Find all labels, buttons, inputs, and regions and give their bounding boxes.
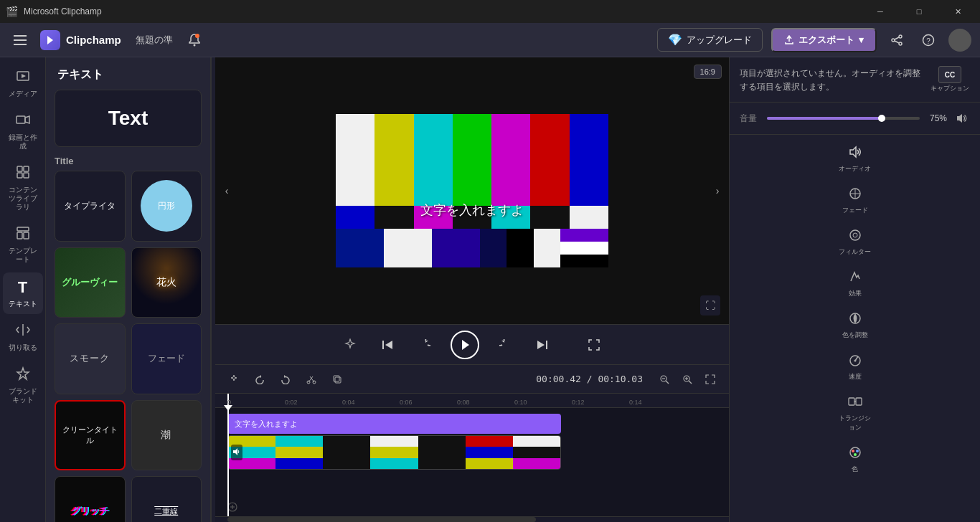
export-button[interactable]: エクスポート ▾	[771, 28, 877, 52]
text-card-groovy[interactable]: グルーヴィー	[55, 247, 126, 318]
titlebar: 🎬 Microsoft Clipchamp ─ □ ✕	[0, 0, 980, 23]
filter-control[interactable]: フィルター	[835, 222, 875, 262]
help-button[interactable]: ?	[917, 29, 940, 52]
svg-rect-1	[14, 39, 27, 41]
sidebar-item-brand[interactable]: ブランドキット	[3, 361, 43, 410]
forward-button[interactable]	[494, 333, 517, 356]
timeline-redo-button[interactable]	[275, 369, 296, 389]
color-adjust-control[interactable]: 色を調整	[835, 305, 875, 346]
effect-control[interactable]: 効果	[835, 264, 875, 304]
vcb4	[370, 436, 418, 469]
video-track	[227, 435, 729, 470]
svg-point-66	[856, 450, 859, 452]
transition-label: トランジション	[838, 414, 872, 432]
text-card-glitch[interactable]: グリッチ	[55, 476, 126, 522]
export-label: エクスポート	[798, 34, 854, 47]
timeline-magic-button[interactable]	[224, 369, 244, 389]
svg-rect-17	[17, 166, 22, 171]
bar-green	[453, 114, 491, 206]
project-name[interactable]: 無題の準	[136, 34, 173, 47]
export-arrow-icon: ▾	[859, 34, 864, 45]
rewind-button[interactable]	[413, 333, 436, 356]
timeline-cut-button[interactable]	[301, 369, 321, 389]
sidebar-item-template[interactable]: テンプレート	[3, 220, 43, 270]
sidebar-item-split[interactable]: 切り取る	[3, 317, 43, 358]
text-card-clean[interactable]: クリーンタイトル	[55, 400, 126, 471]
preview-prev-button[interactable]: ‹	[220, 184, 234, 198]
expand-button[interactable]: ⛶	[700, 295, 720, 315]
sidebar-item-content[interactable]: コンテンツライブラリ	[3, 159, 43, 217]
transition-control[interactable]: トランジション	[835, 389, 875, 438]
volume-handle[interactable]	[878, 115, 885, 122]
timeline-expand-button[interactable]	[700, 369, 720, 389]
play-button[interactable]	[451, 331, 479, 359]
audio-control[interactable]: オーディオ	[835, 139, 875, 179]
volume-row: 音量 75%	[730, 103, 980, 135]
right-info-text: 項目が選択されていません。オーディオを調整する項目を選択します。	[740, 66, 924, 93]
user-avatar[interactable]	[948, 29, 971, 52]
add-track-button[interactable]	[227, 502, 237, 513]
timeline-content: 0 0:02 0:04 0:06 0:08 0:10 0:12 0:14	[215, 394, 729, 522]
sidebar-item-media[interactable]: メディア	[3, 63, 43, 104]
circle-label: 円形	[158, 200, 175, 212]
playhead-head	[224, 405, 232, 411]
text-clip[interactable]: 文字を入れますよ	[227, 414, 561, 434]
text-card-circle[interactable]: 円形	[131, 171, 202, 242]
aspect-ratio-badge[interactable]: 16:9	[694, 65, 722, 79]
skip-end-button[interactable]	[531, 333, 554, 356]
logo-text: Clipchamp	[66, 34, 121, 46]
record-label: 録画と作成	[6, 133, 40, 151]
color-control[interactable]: 色	[835, 440, 875, 480]
svg-marker-16	[25, 116, 29, 123]
timeline-ruler: 0 0:02 0:04 0:06 0:08 0:10 0:12 0:14	[215, 394, 729, 408]
fade-control[interactable]: フェード	[835, 181, 875, 221]
share-button[interactable]	[885, 29, 908, 52]
bar-white	[336, 114, 374, 206]
upgrade-button[interactable]: 💎 アップグレード	[657, 28, 763, 52]
caption-control[interactable]: CC キャプション	[930, 66, 970, 92]
svg-rect-2	[14, 44, 27, 45]
speed-control[interactable]: 速度	[835, 347, 875, 387]
text-card-plain[interactable]: Text	[55, 90, 202, 147]
maximize-button[interactable]: □	[903, 0, 936, 23]
bar-m1	[336, 206, 374, 229]
scrollbar-thumb[interactable]	[227, 517, 536, 522]
text-card-fade[interactable]: フェード	[131, 323, 202, 394]
timeline-undo-button[interactable]	[250, 369, 270, 389]
text-card-hanabi[interactable]: 花火	[131, 247, 202, 318]
zoom-out-button[interactable]	[654, 369, 674, 389]
notifications-bell[interactable]	[184, 30, 204, 50]
text-track: 文字を入れますよ	[227, 414, 729, 434]
zoom-in-button[interactable]	[677, 369, 697, 389]
cc-badge: CC	[938, 66, 961, 83]
timeline-time-display: 00:00.42 / 00:10.03	[536, 374, 643, 384]
sidebar-item-text[interactable]: T テキスト	[3, 272, 43, 314]
text-card-tide[interactable]: 潮	[131, 400, 202, 471]
text-card-smoke[interactable]: スモーク	[55, 323, 126, 394]
clean-label: クリーンタイトル	[60, 424, 120, 445]
sidebar-item-record[interactable]: 録画と作成	[3, 107, 43, 156]
minimize-button[interactable]: ─	[864, 0, 897, 23]
timeline-copy-button[interactable]	[327, 369, 347, 389]
text-card-typewriter[interactable]: タイプライタ	[55, 171, 126, 242]
timeline-scrollbar[interactable]	[215, 516, 729, 522]
tick-6: 0:06	[400, 399, 413, 406]
text-clip-label: 文字を入れますよ	[235, 419, 298, 430]
bar-b5c	[560, 255, 608, 267]
svg-point-58	[853, 233, 857, 237]
hamburger-menu[interactable]	[9, 29, 32, 52]
svg-rect-18	[24, 166, 29, 171]
volume-slider[interactable]	[767, 117, 920, 120]
skip-start-button[interactable]	[376, 333, 399, 356]
fullscreen-button[interactable]	[583, 333, 606, 356]
magic-button[interactable]	[339, 333, 362, 356]
plain-text-label: Text	[108, 107, 149, 130]
smoke-label: スモーク	[70, 352, 110, 365]
text-card-double[interactable]: 二重線	[131, 476, 202, 522]
svg-rect-0	[14, 35, 27, 37]
preview-next-button[interactable]: ›	[710, 184, 725, 198]
close-button[interactable]: ✕	[941, 0, 974, 23]
svg-marker-27	[385, 341, 392, 349]
content-icon	[16, 165, 30, 183]
video-clip[interactable]	[227, 435, 561, 470]
